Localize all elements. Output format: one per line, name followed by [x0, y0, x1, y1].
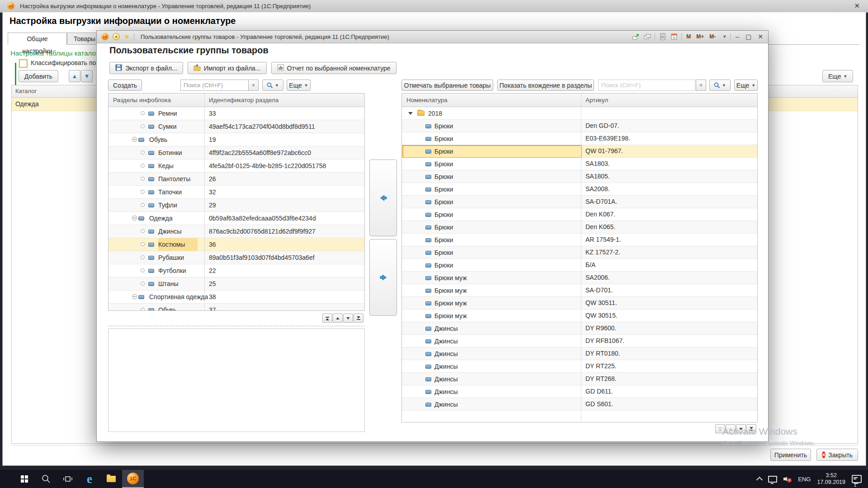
task-view-button[interactable]: [57, 470, 79, 488]
section-row[interactable]: Пантолеты26: [108, 173, 364, 186]
expand-icon[interactable]: [408, 112, 413, 115]
right-search-input[interactable]: [598, 80, 695, 91]
nomenclature-row[interactable]: БрюкиE03-E639E198.: [402, 132, 757, 145]
move-left-button[interactable]: [369, 160, 397, 236]
section-row[interactable]: Сумки49aef54c173ca2704f040d8bdf8d9511: [108, 120, 364, 133]
nomenclature-row[interactable]: БрюкиSA2008.: [402, 183, 757, 196]
nomenclature-row[interactable]: Брюки мужQW 30515.: [402, 310, 757, 322]
m-plus-button[interactable]: М+: [695, 33, 705, 40]
section-row[interactable]: Футболки22: [108, 264, 364, 277]
scroll-up-button[interactable]: [726, 424, 736, 433]
section-row[interactable]: Джинсы876ac9cb2d00765d8121d62df9f9f927: [108, 225, 364, 238]
scroll-bottom-button[interactable]: [746, 424, 756, 433]
move-right-button[interactable]: [369, 239, 397, 316]
nomenclature-row[interactable]: БрюкиSA-D701A.: [402, 196, 757, 208]
nomenclature-row[interactable]: БрюкиБ/А: [402, 259, 757, 272]
import-button[interactable]: Импорт из файла...: [188, 62, 267, 74]
nomenclature-row[interactable]: ДжинсыDY R9600.: [402, 322, 757, 335]
action-center-icon[interactable]: 1: [852, 475, 862, 483]
classify-checkbox[interactable]: [19, 60, 27, 67]
nomenclature-row[interactable]: ДжинсыDY RT0180.: [402, 347, 757, 360]
scroll-top-button[interactable]: [322, 314, 332, 323]
move-up-button[interactable]: ▲: [69, 70, 80, 82]
language-indicator[interactable]: ENG: [798, 476, 811, 483]
scroll-down-button[interactable]: [343, 314, 353, 323]
apply-button[interactable]: Применить: [770, 449, 811, 461]
section-row[interactable]: Тапочки32: [108, 186, 364, 199]
tray-expand-icon[interactable]: [756, 477, 763, 483]
volume-muted-icon[interactable]: ✕: [783, 475, 792, 483]
scroll-up-button[interactable]: [333, 314, 343, 323]
scroll-down-button[interactable]: [736, 424, 746, 433]
scroll-bottom-button[interactable]: [354, 314, 363, 323]
nomenclature-table[interactable]: Номенклатура Артикул 2018БрюкиDen GD-07.…: [401, 93, 758, 422]
collapse-icon[interactable]: [132, 216, 137, 221]
mark-selected-goods-button[interactable]: Отмечать выбранные товары: [401, 80, 493, 91]
collapse-icon[interactable]: [132, 137, 137, 142]
report-button[interactable]: Отчет по выбранной номенклатуре: [271, 62, 396, 74]
m-button[interactable]: М: [685, 33, 692, 40]
network-icon[interactable]: [768, 476, 777, 483]
left-search-clear-icon[interactable]: ×: [248, 80, 259, 91]
main-window-close-icon[interactable]: ✕: [850, 0, 863, 12]
scroll-top-button[interactable]: [715, 424, 725, 433]
start-button[interactable]: [14, 470, 35, 488]
section-row[interactable]: Туфли29: [108, 199, 364, 212]
file-explorer-button[interactable]: [100, 470, 122, 488]
dialog-titlebar[interactable]: 1С ▼ ★ Пользовательские группы товаров -…: [97, 31, 768, 43]
nomenclature-row[interactable]: БрюкиSA1803.: [402, 158, 757, 170]
nomenclature-row[interactable]: ДжинсыDY RT268.: [402, 373, 757, 385]
section-row[interactable]: Обувь37: [108, 304, 364, 311]
sections-table[interactable]: Разделы инфоблока Идентификатор раздела …: [108, 93, 365, 311]
m-minus-button[interactable]: М-: [708, 33, 717, 40]
nomenclature-row[interactable]: БрюкиSA1805.: [402, 170, 757, 183]
section-group-row[interactable]: Спортивная одежда38: [108, 291, 364, 304]
main-more-button[interactable]: Еще▼: [822, 70, 853, 82]
nomenclature-row[interactable]: БрюкиKZ 17527-2.: [402, 246, 757, 259]
clock[interactable]: 3:52 17.09.2019: [817, 472, 845, 486]
section-row[interactable]: Штаны25: [108, 277, 364, 291]
create-button[interactable]: Создать: [108, 80, 142, 91]
nomenclature-row[interactable]: ДжинсыDY RT225.: [402, 360, 757, 373]
section-row[interactable]: Ремни33: [108, 107, 364, 120]
nomenclature-row[interactable]: БрюкиDen GD-07.: [402, 120, 757, 132]
dialog-minimize-icon[interactable]: –: [734, 33, 741, 40]
favorite-star-icon[interactable]: ★: [124, 33, 130, 40]
move-down-button[interactable]: ▼: [81, 70, 93, 82]
nomenclature-row[interactable]: БрюкиDen K067.: [402, 208, 757, 221]
left-search-options-button[interactable]: ▼: [262, 80, 283, 91]
section-group-row[interactable]: Обувь19: [108, 133, 364, 146]
nomenclature-row[interactable]: Брюки мужQW 30511.: [402, 297, 757, 310]
taskbar-search-button[interactable]: [35, 470, 57, 488]
calculator-icon[interactable]: [659, 33, 666, 41]
1c-taskbar-button[interactable]: 1С: [122, 470, 144, 488]
panel-splitter[interactable]: [108, 326, 365, 326]
dialog-close-icon[interactable]: ✕: [756, 33, 764, 40]
nomenclature-row[interactable]: БрюкиQW 01-7967.: [402, 145, 757, 158]
nomenclature-row[interactable]: БрюкиDen K065.: [402, 221, 757, 234]
show-occurrence-button[interactable]: Показать вхождение в разделы: [497, 80, 594, 91]
right-more-button[interactable]: Еще▼: [734, 80, 758, 91]
nomenclature-row[interactable]: ДжинсыGD S601.: [402, 398, 757, 411]
section-row[interactable]: Ботинки4ff9f2ac22b5554a60ff8e972abc6cc0: [108, 146, 364, 160]
copy-link-icon[interactable]: [643, 33, 651, 41]
left-search-input[interactable]: [180, 80, 249, 91]
nomenclature-row[interactable]: ДжинсыDY RFB1067.: [402, 335, 757, 347]
section-row[interactable]: Кеды4fe5a2bf-0125-4b9e-b285-1c220d051758: [108, 160, 364, 173]
nomenclature-row[interactable]: БрюкиAR 17549-1.: [402, 234, 757, 246]
nomenclature-row[interactable]: Брюки мужSA2006.: [402, 272, 757, 284]
right-search-clear-icon[interactable]: ×: [696, 80, 706, 91]
chevron-down-icon[interactable]: ▼: [722, 34, 726, 39]
main-window-titlebar[interactable]: 1С Настройка выгрузки информации о номен…: [0, 0, 868, 13]
nomenclature-row[interactable]: ДжинсыGD D611.: [402, 385, 757, 398]
dialog-maximize-icon[interactable]: ▢: [744, 33, 753, 40]
left-more-button[interactable]: Еще▼: [287, 80, 311, 91]
right-search-options-button[interactable]: ▼: [709, 80, 731, 91]
internet-explorer-button[interactable]: e: [79, 470, 100, 488]
nomenclature-folder-row[interactable]: 2018: [402, 107, 757, 120]
export-button[interactable]: Экспорт в файл...: [109, 62, 183, 74]
tab-goods[interactable]: Товары: [67, 33, 97, 45]
close-button[interactable]: ✕ Закрыть: [816, 449, 858, 461]
section-row[interactable]: Костюмы36: [108, 238, 364, 251]
goto-link-icon[interactable]: [632, 33, 640, 41]
